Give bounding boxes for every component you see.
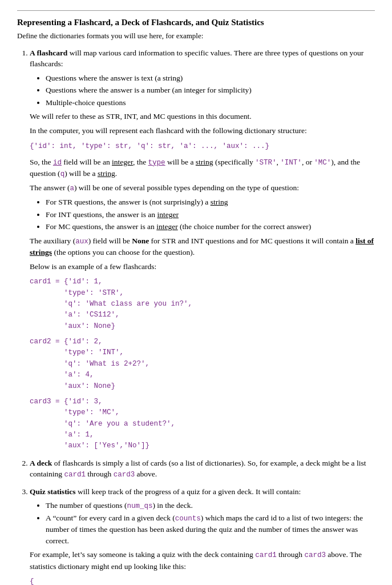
id-field: id (53, 159, 62, 167)
section-1-label-suffix: will map various card information to spe… (30, 49, 363, 69)
section-3-label: Quiz statistics (30, 487, 76, 496)
main-list: A flashcard will map various card inform… (17, 47, 375, 585)
int-val: 'INT' (280, 159, 302, 167)
section-3-intro: Quiz statistics will keep track of the p… (30, 487, 301, 496)
q-field: q (60, 170, 65, 178)
type-field: type (148, 159, 165, 167)
section-3-suffix: will keep track of the progress of a qui… (78, 487, 301, 496)
answer-types-intro: The answer (a) will be one of several po… (30, 182, 375, 194)
integer-mc-answer: integer (156, 222, 177, 231)
card1-code: card1 = {'id': 1, 'type': 'STR', 'q': 'W… (30, 277, 375, 332)
answer-type-bullets: For STR questions, the answer is (not su… (30, 197, 375, 233)
card1-ref: card1 (64, 471, 86, 479)
aux-field: aux (75, 238, 88, 246)
none-label: None (132, 237, 149, 245)
str-val: 'STR' (255, 159, 277, 167)
mc-val: 'MC' (314, 159, 331, 167)
card3-ref: card3 (114, 471, 135, 479)
card3-ref2: card3 (304, 551, 326, 559)
integer-label: integer (112, 158, 133, 166)
num-qs-bullet: The number of questions (num_qs) in the … (46, 500, 375, 511)
section-2-suffix: of flashcards is simply a list of cards … (30, 459, 366, 479)
field-description: So, the id field will be an integer, the… (30, 157, 375, 179)
str-answer-bullet: For STR questions, the answer is (not su… (46, 197, 375, 208)
page-subtitle: Define the dictionaries formats you will… (17, 31, 375, 42)
page-title: Representing a Flashcard, a Deck of Flas… (17, 17, 375, 29)
counts-bullet: A “count” for every card in a given deck… (46, 512, 375, 546)
string-label2: string (98, 169, 115, 178)
section-2: A deck of flashcards is simply a list of… (30, 458, 375, 480)
bullet-item: Questions where the answer is a number (… (46, 85, 375, 96)
flashcard-dict-structure: {'id': int, 'type': str, 'q': str, 'a': … (30, 141, 375, 152)
section-2-content: A deck of flashcards is simply a list of… (30, 459, 366, 479)
card1-ref2: card1 (255, 551, 277, 559)
section-1-intro: A flashcard will map various card inform… (30, 49, 363, 69)
num-qs-field: num_qs (127, 502, 152, 510)
int-answer-bullet: For INT questions, the answer is an inte… (46, 209, 375, 221)
stats-code-block: { 'num_qs': 3 # there are three question… (30, 576, 375, 585)
bullet-item: Multiple-choice questions (46, 97, 375, 109)
below-example-para: Below is an example of a few flashcards: (30, 261, 375, 273)
string-answer: string (211, 198, 228, 206)
top-rule (17, 10, 375, 11)
computer-represent-intro: In the computer, you will represent each… (30, 125, 375, 137)
section-2-label: A deck (30, 459, 52, 467)
example-intro-para: For example, let’s say someone is taking… (30, 549, 375, 572)
mc-answer-bullet: For MC questions, the answer is an integ… (46, 221, 375, 233)
card2-code: card2 = {'id': 2, 'type': 'INT', 'q': 'W… (30, 336, 375, 392)
aux-field-para: The auxiliary (aux) field will be None f… (30, 235, 375, 258)
counts-field: counts (175, 515, 201, 523)
section-1-bullets: Questions where the answer is text (a st… (30, 73, 375, 109)
bullet-item: Questions where the answer is text (a st… (46, 73, 375, 84)
card3-code: card3 = {'id': 3, 'type': 'MC', 'q': 'Ar… (30, 396, 375, 452)
str-int-mc-note: We will refer to these as STR, INT, and … (30, 111, 375, 122)
section-3: Quiz statistics will keep track of the p… (30, 486, 375, 585)
string-label: string (196, 158, 213, 166)
integer-answer: integer (157, 210, 178, 219)
a-field: a (70, 185, 74, 193)
section-1-label: A flashcard (30, 49, 67, 57)
section-1: A flashcard will map various card inform… (30, 47, 375, 452)
quiz-stats-bullets: The number of questions (num_qs) in the … (30, 500, 375, 546)
